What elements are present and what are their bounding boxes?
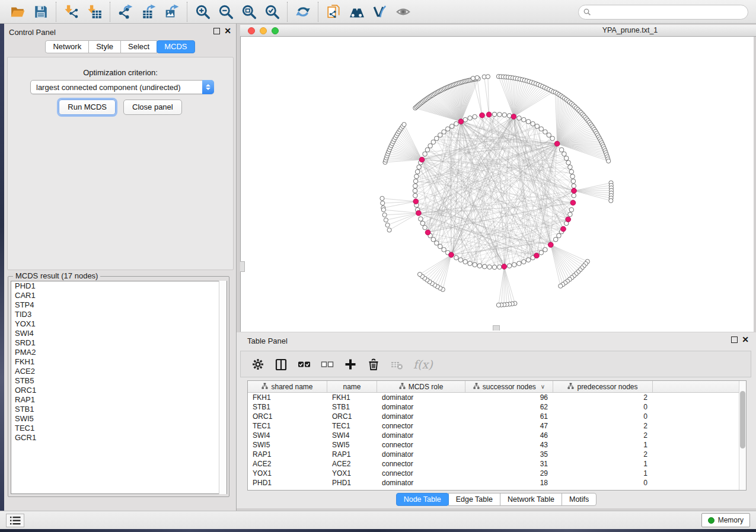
network-from-selection-button[interactable] <box>322 2 345 21</box>
mcds-result-item[interactable]: TEC1 <box>11 424 227 433</box>
import-network-button[interactable] <box>60 2 83 21</box>
tab-style[interactable]: Style <box>88 40 121 53</box>
close-panel-button[interactable]: Close panel <box>123 100 182 115</box>
table-row[interactable]: RAP1RAP1dominator352 <box>248 450 746 459</box>
columns-button[interactable] <box>272 355 290 374</box>
mcds-result-item[interactable]: ORC1 <box>11 386 227 395</box>
column-header-MCDS-role[interactable]: MCDS role <box>377 381 465 392</box>
column-header-predecessor-nodes[interactable]: predecessor nodes <box>553 381 653 392</box>
mcds-list-scrollbar[interactable] <box>219 281 227 494</box>
table-row[interactable]: SWI4SWI4dominator462 <box>248 431 746 440</box>
tab-network-table[interactable]: Network Table <box>500 493 562 506</box>
open-folder-button[interactable] <box>6 2 29 21</box>
zoom-fit-icon <box>241 4 257 20</box>
criterion-dropdown[interactable]: largest connected component (undirected) <box>30 80 214 94</box>
close-panel-icon[interactable]: ✕ <box>224 27 231 35</box>
table-row[interactable]: SWI5SWI5connector431 <box>248 440 746 450</box>
column-header-name[interactable]: name <box>327 381 377 392</box>
zoom-selected-button[interactable] <box>260 2 283 21</box>
export-table-button[interactable] <box>137 2 160 21</box>
table-row[interactable]: STB1STB1dominator620 <box>248 402 746 412</box>
search-network-button[interactable] <box>345 2 368 21</box>
mcds-result-item[interactable]: YOX1 <box>11 319 227 329</box>
mcds-result-item[interactable]: ACE2 <box>11 367 227 376</box>
cell-successor-nodes: 29 <box>465 469 553 478</box>
export-image-button[interactable] <box>160 2 183 21</box>
task-history-button[interactable] <box>6 514 24 527</box>
mcds-result-item[interactable]: STP4 <box>11 300 227 310</box>
table-row[interactable]: ACE2ACE2connector311 <box>248 459 746 469</box>
run-mcds-button[interactable]: Run MCDS <box>59 100 116 115</box>
import-table-button[interactable] <box>83 2 106 21</box>
close-table-panel-icon[interactable]: ✕ <box>742 335 749 344</box>
function-builder-button[interactable]: f(x) <box>411 358 433 371</box>
refresh-button[interactable] <box>291 2 314 21</box>
style-preview-button[interactable] <box>368 2 391 21</box>
mcds-result-item[interactable]: STB5 <box>11 376 227 386</box>
table-row[interactable]: TEC1TEC1connector472 <box>248 421 746 431</box>
columns-icon <box>275 358 288 371</box>
mcds-result-item[interactable]: PMA2 <box>11 348 227 357</box>
save-icon <box>33 4 49 20</box>
export-image-icon <box>164 4 180 20</box>
tab-select[interactable]: Select <box>120 40 157 53</box>
tab-mcds[interactable]: MCDS <box>157 40 194 53</box>
tab-edge-table[interactable]: Edge Table <box>448 493 500 506</box>
canvas-left-grip[interactable] <box>240 261 245 272</box>
search-box[interactable] <box>578 5 748 20</box>
zoom-in-button[interactable] <box>191 2 214 21</box>
mcds-result-item[interactable]: FKH1 <box>11 357 227 367</box>
table-panel-title: Table Panel <box>241 336 288 345</box>
criterion-value: largest connected component (undirected) <box>36 83 181 92</box>
canvas-bottom-grip[interactable] <box>493 325 500 331</box>
mcds-result-list[interactable]: PHD1CAR1STP4TID3YOX1SWI4SRD1PMA2FKH1ACE2… <box>11 281 227 494</box>
cell-successor-nodes: 47 <box>465 421 553 431</box>
deselect-all-button[interactable] <box>318 355 336 374</box>
add-button[interactable] <box>342 355 359 374</box>
table-row[interactable]: ORC1ORC1dominator610 <box>248 412 746 421</box>
cell-shared-name: PHD1 <box>248 478 327 488</box>
delete-table-button[interactable] <box>388 355 406 374</box>
column-header-successor-nodes[interactable]: successor nodes∨ <box>465 381 553 392</box>
mcds-result-item[interactable]: SWI5 <box>11 414 227 424</box>
cell-name: YOX1 <box>327 469 377 478</box>
mcds-result-item[interactable]: GCR1 <box>11 433 227 443</box>
export-network-button[interactable] <box>114 2 137 21</box>
show-hide-button[interactable] <box>391 2 414 21</box>
mcds-result-item[interactable]: PHD1 <box>11 281 227 291</box>
delete-button[interactable] <box>365 355 382 374</box>
mcds-result-item[interactable]: RAP1 <box>11 395 227 405</box>
settings-button[interactable] <box>249 355 267 374</box>
tab-network[interactable]: Network <box>45 40 89 53</box>
minimize-window-icon[interactable] <box>260 27 267 34</box>
maximize-window-icon[interactable] <box>272 27 279 34</box>
table-scrollbar-thumb[interactable] <box>740 391 745 448</box>
cell-shared-name: RAP1 <box>248 450 327 459</box>
table-scrollbar[interactable] <box>739 381 746 490</box>
zoom-out-button[interactable] <box>214 2 237 21</box>
control-panel-title: Control Panel <box>9 28 56 37</box>
search-input[interactable] <box>591 7 748 18</box>
float-table-panel-icon[interactable] <box>731 336 738 343</box>
close-window-icon[interactable] <box>248 27 255 34</box>
table-row[interactable]: PHD1PHD1dominator180 <box>248 478 746 488</box>
mcds-result-item[interactable]: SWI4 <box>11 329 227 338</box>
table-panel-titlebar: Table Panel ✕ <box>237 332 756 349</box>
select-all-button[interactable] <box>295 355 313 374</box>
cell-predecessor-nodes: 1 <box>553 459 653 469</box>
mcds-result-item[interactable]: STB1 <box>11 405 227 414</box>
mcds-result-item[interactable]: CAR1 <box>11 291 227 300</box>
network-window-titlebar[interactable]: YPA_prune.txt_1 <box>240 25 756 37</box>
tab-motifs[interactable]: Motifs <box>562 493 596 506</box>
float-panel-icon[interactable] <box>213 28 220 34</box>
mcds-result-item[interactable]: TID3 <box>11 310 227 319</box>
table-row[interactable]: FKH1FKH1dominator962 <box>248 393 746 402</box>
table-row[interactable]: YOX1YOX1connector291 <box>248 469 746 478</box>
memory-button[interactable]: Memory <box>701 513 750 527</box>
zoom-fit-button[interactable] <box>237 2 260 21</box>
save-button[interactable] <box>29 2 52 21</box>
network-canvas[interactable] <box>240 37 754 332</box>
mcds-result-item[interactable]: SRD1 <box>11 338 227 348</box>
column-header-shared-name[interactable]: shared name <box>248 381 327 392</box>
tab-node-table[interactable]: Node Table <box>396 493 449 506</box>
